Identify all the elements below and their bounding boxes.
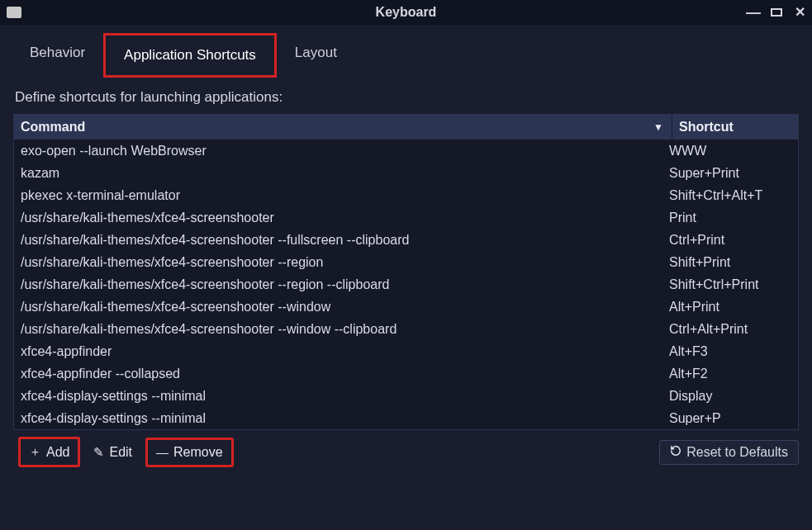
table-row[interactable]: /usr/share/kali-themes/xfce4-screenshoot…	[14, 273, 798, 296]
window-control-buttons: — ✕	[748, 7, 805, 18]
minimize-button[interactable]: —	[748, 7, 759, 18]
description: Define shortcuts for launching applicati…	[0, 78, 812, 114]
shortcut-cell: WWW	[669, 144, 791, 159]
column-header-command-label: Command	[21, 120, 85, 134]
command-cell: exo-open --launch WebBrowser	[21, 144, 669, 159]
sort-descending-icon: ▼	[653, 121, 663, 133]
tab-application-shortcuts[interactable]: Application Shortcuts	[103, 33, 277, 78]
remove-button-label: Remove	[173, 445, 223, 460]
table-header: Command ▼ Shortcut	[14, 115, 798, 140]
table-row[interactable]: exo-open --launch WebBrowserWWW	[14, 140, 798, 162]
table-row[interactable]: xfce4-appfinder --collapsedAlt+F2	[14, 362, 798, 385]
table-row[interactable]: kazamSuper+Print	[14, 162, 798, 184]
shortcut-cell: Alt+F2	[669, 367, 791, 381]
tab-layout[interactable]: Layout	[277, 33, 355, 78]
table-row[interactable]: pkexec x-terminal-emulatorShift+Ctrl+Alt…	[14, 184, 798, 206]
edit-button-label: Edit	[109, 445, 132, 460]
command-cell: xfce4-appfinder --collapsed	[21, 367, 669, 381]
table-row[interactable]: xfce4-appfinderAlt+F3	[14, 340, 798, 362]
table-row[interactable]: /usr/share/kali-themes/xfce4-screenshoot…	[14, 296, 798, 318]
keyboard-app-icon	[7, 7, 21, 18]
table-row[interactable]: /usr/share/kali-themes/xfce4-screenshoot…	[14, 229, 798, 251]
table-row[interactable]: /usr/share/kali-themes/xfce4-screenshoot…	[14, 251, 798, 273]
shortcut-cell: Super+Print	[669, 166, 791, 181]
reset-icon	[670, 445, 681, 460]
minus-icon: —	[156, 445, 169, 459]
command-cell: xfce4-display-settings --minimal	[21, 411, 669, 426]
maximize-button[interactable]	[771, 8, 782, 17]
plus-icon: ＋	[29, 444, 41, 460]
edit-button[interactable]: ✎ Edit	[85, 440, 140, 465]
command-cell: /usr/share/kali-themes/xfce4-screenshoot…	[21, 211, 669, 225]
table-row[interactable]: /usr/share/kali-themes/xfce4-screenshoot…	[14, 206, 798, 229]
command-cell: /usr/share/kali-themes/xfce4-screenshoot…	[21, 233, 669, 248]
shortcuts-table: Command ▼ Shortcut exo-open --launch Web…	[13, 114, 799, 430]
tabs: Behavior Application Shortcuts Layout	[0, 25, 812, 78]
table-row[interactable]: xfce4-display-settings --minimalDisplay	[14, 385, 798, 407]
shortcut-cell: Ctrl+Print	[669, 233, 791, 248]
table-row[interactable]: xfce4-display-settings --minimalSuper+P	[14, 407, 798, 429]
shortcut-cell: Print	[669, 211, 791, 225]
action-bar: ＋ Add ✎ Edit — Remove Reset to Defaults	[0, 430, 812, 474]
shortcut-cell: Shift+Ctrl+Alt+T	[669, 188, 791, 203]
column-header-command[interactable]: Command ▼	[14, 115, 672, 140]
add-button-label: Add	[46, 445, 69, 460]
add-button[interactable]: ＋ Add	[18, 437, 80, 467]
table-row[interactable]: /usr/share/kali-themes/xfce4-screenshoot…	[14, 318, 798, 340]
command-cell: xfce4-display-settings --minimal	[21, 389, 669, 404]
shortcut-cell: Shift+Print	[669, 255, 791, 270]
command-cell: /usr/share/kali-themes/xfce4-screenshoot…	[21, 277, 669, 292]
command-cell: /usr/share/kali-themes/xfce4-screenshoot…	[21, 255, 669, 270]
window-title: Keyboard	[0, 5, 812, 20]
reset-button-label: Reset to Defaults	[686, 445, 788, 460]
shortcut-cell: Super+P	[669, 411, 791, 426]
reset-to-defaults-button[interactable]: Reset to Defaults	[659, 440, 799, 465]
titlebar: Keyboard — ✕	[0, 0, 812, 25]
command-cell: /usr/share/kali-themes/xfce4-screenshoot…	[21, 322, 669, 337]
close-button[interactable]: ✕	[794, 7, 805, 18]
command-cell: pkexec x-terminal-emulator	[21, 188, 669, 203]
remove-button[interactable]: — Remove	[145, 438, 234, 467]
shortcut-cell: Alt+F3	[669, 344, 791, 359]
shortcut-cell: Ctrl+Alt+Print	[669, 322, 791, 337]
shortcut-cell: Alt+Print	[669, 300, 791, 315]
pencil-icon: ✎	[93, 445, 104, 460]
shortcut-cell: Display	[669, 389, 791, 404]
command-cell: /usr/share/kali-themes/xfce4-screenshoot…	[21, 300, 669, 315]
column-header-shortcut[interactable]: Shortcut	[672, 115, 798, 140]
command-cell: xfce4-appfinder	[21, 344, 669, 359]
table-rows: exo-open --launch WebBrowserWWWkazamSupe…	[14, 140, 798, 429]
shortcut-cell: Shift+Ctrl+Print	[669, 277, 791, 292]
command-cell: kazam	[21, 166, 669, 181]
tab-behavior[interactable]: Behavior	[12, 33, 103, 78]
